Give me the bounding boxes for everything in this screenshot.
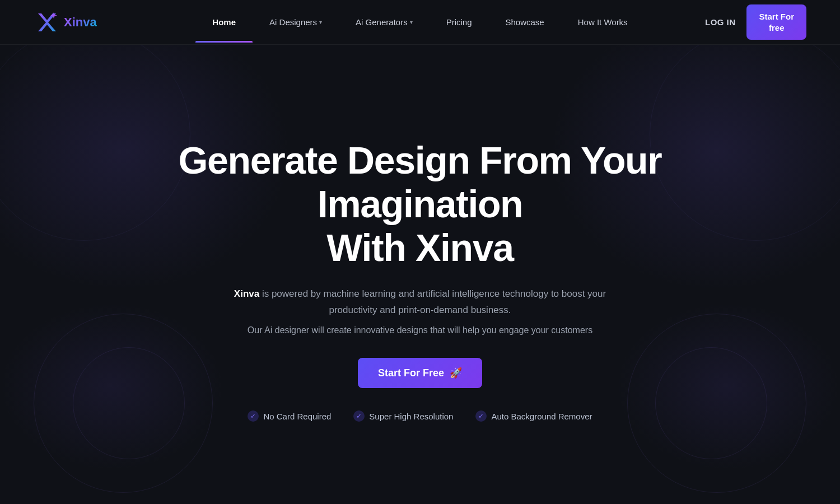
check-icon-resolution: ✓ (353, 410, 365, 422)
hero-title: Generate Design From Your Imagination Wi… (168, 138, 672, 270)
feature-badges: ✓ No Card Required ✓ Super High Resoluti… (168, 410, 672, 422)
nav-item-how-it-works[interactable]: How It Works (561, 2, 645, 43)
nav-right: LOG IN Start For free (694, 4, 806, 40)
deco-circle-top-right (650, 45, 840, 241)
nav-item-pricing[interactable]: Pricing (430, 2, 489, 43)
login-button[interactable]: LOG IN (705, 17, 735, 27)
hero-subtitle2: Our Ai designer will create innovative d… (168, 325, 672, 335)
start-free-button[interactable]: Start For Free 🚀 (358, 358, 482, 388)
brand-name-inline: Xinva (234, 288, 259, 299)
nav-item-ai-designers[interactable]: Ai Designers ▾ (253, 2, 339, 43)
deco-circle-top-left (0, 45, 190, 241)
hero-subtitle-text: is powered by machine learning and artif… (259, 288, 606, 315)
badge-bg-remover: ✓ Auto Background Remover (475, 410, 592, 422)
badge-resolution: ✓ Super High Resolution (353, 410, 453, 422)
hero-content: Generate Design From Your Imagination Wi… (168, 138, 672, 422)
nav-links: Home Ai Designers ▾ Ai Generators ▾ Pric… (146, 2, 694, 43)
badge-no-card-label: No Card Required (263, 412, 331, 421)
navbar: Xinva Home Ai Designers ▾ Ai Generators … (0, 0, 840, 45)
badge-bg-remover-label: Auto Background Remover (491, 412, 592, 421)
nav-item-home[interactable]: Home (195, 2, 253, 43)
logo-text: Xinva (64, 15, 97, 30)
chevron-down-icon: ▾ (410, 19, 413, 25)
nav-item-ai-generators[interactable]: Ai Generators ▾ (339, 2, 430, 43)
hero-subtitle: Xinva is powered by machine learning and… (230, 286, 610, 319)
rocket-icon: 🚀 (450, 367, 462, 379)
nav-item-showcase[interactable]: Showcase (489, 2, 561, 43)
deco-circle-4 (655, 347, 767, 459)
badge-no-card: ✓ No Card Required (248, 410, 331, 422)
hero-section: Generate Design From Your Imagination Wi… (0, 45, 840, 504)
logo[interactable]: Xinva (34, 9, 146, 36)
chevron-down-icon: ▾ (319, 19, 322, 25)
cta-label: Start For Free (378, 367, 444, 379)
badge-resolution-label: Super High Resolution (369, 412, 453, 421)
start-free-nav-button[interactable]: Start For free (746, 4, 806, 40)
check-icon-bg-remover: ✓ (475, 410, 487, 422)
check-icon-no-card: ✓ (248, 410, 259, 422)
